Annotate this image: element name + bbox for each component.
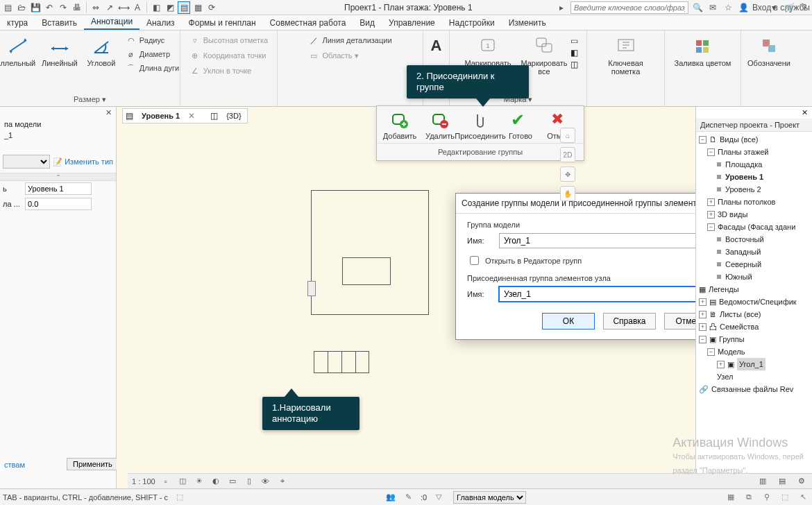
vb-right2-icon[interactable]: ▤ — [776, 476, 788, 487]
view-tab-close-icon[interactable]: ✕ — [188, 111, 195, 121]
status-icon-workset[interactable]: 👥 — [384, 491, 397, 504]
area-tag-icon[interactable]: ◫ — [570, 60, 578, 69]
dropdown-icon[interactable]: ▾ — [768, 3, 780, 12]
nav-pan-icon[interactable]: ✋ — [560, 186, 575, 201]
spot-coord-button[interactable]: ⊕Координата точки — [187, 49, 269, 62]
tree-facades[interactable]: −Фасады (Фасад здани — [699, 221, 812, 233]
cart-icon[interactable]: 🛒 — [783, 3, 795, 12]
tab-manage[interactable]: Управление — [382, 16, 442, 30]
hide-icon[interactable]: 👁 — [260, 476, 272, 487]
browser-close-icon[interactable]: ✕ — [802, 108, 808, 117]
tree-schedules[interactable]: +▤ Ведомости/Специфик — [699, 296, 812, 308]
nav-steer-icon[interactable]: ✥ — [560, 166, 575, 182]
sync-icon[interactable]: ⟳ — [205, 1, 218, 14]
help-icon[interactable]: ? — [798, 3, 811, 12]
tab-modify[interactable]: Изменить — [502, 16, 553, 30]
search-arrow-icon[interactable]: ▸ — [555, 3, 568, 12]
tab-addins[interactable]: Надстройки — [442, 16, 502, 30]
edit-type-link[interactable]: 📝 Изменить тип — [53, 157, 113, 166]
tab-annotations[interactable]: Аннотации — [84, 15, 139, 30]
visual-style-icon[interactable]: ◫ — [176, 476, 189, 487]
text-button[interactable]: A — [426, 33, 447, 58]
detail-level-icon[interactable]: ▫ — [160, 476, 172, 487]
status-icon-4[interactable]: ⬚ — [779, 491, 791, 504]
status-icon-filter[interactable]: ▽ — [432, 491, 445, 504]
symbol-button[interactable]: Обозначени — [744, 33, 794, 69]
open-editor-checkbox[interactable] — [470, 256, 479, 265]
drawing-canvas[interactable]: ▤ Уровень 1 ✕ ◫ {3D} Добавить Удалить Пр… — [117, 107, 695, 488]
crop-visible-icon[interactable]: ▯ — [243, 476, 255, 487]
nav-home-icon[interactable]: ⌂ — [560, 128, 575, 143]
tree-fp-level1[interactable]: Уровень 1 — [699, 171, 812, 183]
redo-icon[interactable]: ↷ — [57, 1, 69, 14]
collapser[interactable]: ⌃ — [0, 173, 116, 181]
apply-button[interactable]: Применить — [67, 458, 119, 470]
status-icon-2[interactable]: ⧉ — [743, 491, 755, 504]
search-input[interactable] — [570, 1, 688, 14]
shadows-icon[interactable]: ◐ — [210, 476, 222, 487]
align-icon[interactable]: ↗ — [103, 1, 116, 14]
tree-sheets[interactable]: +🗎 Листы (все) — [699, 308, 812, 320]
group-add-button[interactable]: Добавить — [380, 110, 419, 140]
properties-tab-link[interactable]: ствам — [0, 458, 29, 472]
linear-dim-button[interactable]: Линейный — [40, 33, 80, 69]
open-icon[interactable]: 🗁 — [15, 1, 28, 14]
tree-links[interactable]: 🔗 Связанные файлы Rev — [699, 383, 812, 395]
diameter-button[interactable]: ⌀Диаметр — [123, 47, 182, 61]
detail-line-button[interactable]: ／Линия детализации — [305, 33, 394, 47]
region-button[interactable]: ▭Область ▾ — [305, 49, 361, 62]
tree-fp-level2[interactable]: Уровень 2 — [699, 183, 812, 196]
palette-close-icon[interactable]: ✕ — [105, 108, 112, 117]
status-icon-3[interactable]: ⚲ — [761, 491, 773, 504]
close-hidden-icon[interactable]: ▦ — [192, 1, 204, 14]
group-attach-button[interactable]: Присоединить — [461, 110, 500, 140]
angular-dim-button[interactable]: Угловой — [81, 33, 121, 69]
undo-icon[interactable]: ↶ — [43, 1, 56, 14]
tree-fp-site[interactable]: Площадка — [699, 158, 812, 171]
type-selector[interactable] — [3, 155, 50, 169]
tab-view[interactable]: Вид — [353, 16, 382, 30]
panel-dimension-title[interactable]: Размер ▾ — [74, 94, 106, 105]
vb-right1-icon[interactable]: ▥ — [756, 476, 769, 487]
tab-massing[interactable]: Формы и генплан — [182, 16, 263, 30]
main-model-select[interactable]: Главная модель — [453, 491, 526, 504]
status-icon-select[interactable]: ⬚ — [174, 491, 186, 504]
tree-groups-model[interactable]: −Модель — [699, 345, 812, 358]
print-icon[interactable]: 🖶 — [71, 1, 83, 14]
tree-legends[interactable]: ▦ Легенды — [699, 283, 812, 296]
status-icon-editreq[interactable]: ✎ — [403, 491, 415, 504]
tree-families[interactable]: +凸 Семейства — [699, 320, 812, 333]
dialog-ok-button[interactable]: ОК — [542, 313, 595, 329]
view-tab-3d[interactable]: {3D} — [223, 112, 244, 120]
thin-lines-icon[interactable]: ▤ — [178, 1, 190, 14]
reveal-icon[interactable]: ⌖ — [276, 476, 289, 487]
search-icon[interactable]: 🔍 — [691, 3, 704, 12]
tab-insert[interactable]: Вставить — [35, 16, 84, 30]
user-icon[interactable]: 👤 — [737, 3, 750, 12]
tree-fac-west[interactable]: Западный — [699, 246, 812, 258]
spot-slope-button[interactable]: ∠Уклон в точке — [187, 64, 255, 78]
tree-ceilplans[interactable]: +Планы потолков — [699, 196, 812, 208]
material-tag-icon[interactable]: ▭ — [570, 36, 578, 46]
radius-button[interactable]: ◠Радиус — [123, 33, 182, 47]
star-icon[interactable]: ☆ — [722, 3, 734, 12]
status-icon-1[interactable]: ▦ — [725, 491, 737, 504]
tree-fac-south[interactable]: Южный — [699, 271, 812, 283]
save-icon[interactable]: 💾 — [29, 1, 42, 14]
status-icon-cursor[interactable]: ↖ — [797, 491, 809, 504]
tree-groups[interactable]: −▣ Группы — [699, 333, 812, 345]
tab-analyze[interactable]: Анализ — [139, 16, 182, 30]
app-menu-icon[interactable]: ▤ — [1, 1, 14, 14]
login-label[interactable]: Вход в службы — [752, 3, 765, 12]
crop-icon[interactable]: ▭ — [226, 476, 239, 487]
arc-length-button[interactable]: ⌒Длина дуги — [123, 61, 182, 75]
tab-architecture[interactable]: ктура — [0, 16, 35, 30]
group-remove-button[interactable]: Удалить — [421, 110, 459, 140]
room-tag-icon[interactable]: ◧ — [570, 48, 578, 58]
scale-label[interactable]: 1 : 100 — [132, 477, 155, 486]
aligned-dim-button[interactable]: ллельный — [0, 33, 38, 69]
tree-floorplans[interactable]: −Планы этажей — [699, 146, 812, 158]
view-tab-level1[interactable]: Уровень 1 — [139, 112, 183, 120]
keynote-button[interactable]: Ключевая пометка — [592, 33, 660, 77]
tree-views[interactable]: −🗋 Виды (все) — [699, 133, 812, 146]
